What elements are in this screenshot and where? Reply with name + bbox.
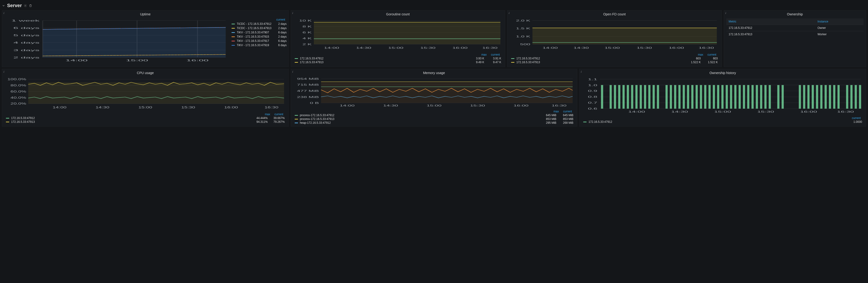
legend-item[interactable]: TiCDC - 172.16.5.33:479122 days [231, 22, 286, 26]
legend-ownhist: current 172.16.5.33:479121.0000 [581, 115, 864, 124]
svg-rect-111 [631, 85, 633, 109]
svg-rect-118 [665, 85, 668, 109]
info-icon[interactable]: 𝒊 [509, 11, 509, 15]
info-icon[interactable]: 𝒊 [581, 70, 582, 73]
legend-item[interactable]: 172.16.5.33:479139.49 K9.47 K [295, 61, 501, 64]
svg-text:954 MiB: 954 MiB [297, 77, 319, 80]
info-icon[interactable]: 𝒊 [4, 11, 4, 15]
svg-text:16:30: 16:30 [837, 110, 854, 113]
svg-rect-151 [825, 85, 827, 109]
svg-text:1 week: 1 week [11, 19, 39, 22]
col-current[interactable]: current [707, 53, 716, 56]
legend-item[interactable]: 172.16.5.33:47912603603 [511, 57, 718, 60]
svg-rect-107 [614, 85, 616, 109]
gear-icon[interactable] [24, 4, 27, 7]
svg-rect-133 [730, 85, 732, 109]
svg-text:100.0%: 100.0% [7, 78, 26, 81]
col-current[interactable]: current [274, 113, 283, 116]
chart-cpu[interactable]: 100.0% 80.0% 60.0% 40.0% 20.0% 14:00 14:… [4, 77, 287, 110]
svg-text:14:30: 14:30 [574, 46, 589, 49]
svg-text:40.0%: 40.0% [10, 96, 26, 99]
svg-text:2.0 K: 2.0 K [516, 19, 530, 22]
table-row: 172.16.5.33:47912Owner [726, 25, 864, 31]
svg-text:0.9: 0.9 [588, 89, 597, 92]
col-max[interactable]: max [698, 53, 703, 56]
col-max[interactable]: max [481, 53, 487, 56]
svg-text:15:30: 15:30 [637, 46, 652, 49]
legend-item[interactable]: heap-172.16.5.33:47912295 MiB268 MiB [295, 121, 574, 124]
legend-item[interactable]: 172.16.5.33:479131.522 K1.522 K [511, 61, 718, 64]
legend-openfd: maxcurrent 172.16.5.33:47912603603 172.1… [509, 52, 720, 65]
trash-icon[interactable] [29, 4, 32, 7]
collapse-row-chevron-icon[interactable] [2, 4, 5, 7]
legend-item[interactable]: TiKV - 172.16.5.33:479196 days [231, 44, 286, 47]
svg-rect-139 [756, 85, 758, 109]
svg-text:16:30: 16:30 [265, 106, 278, 109]
svg-text:1.5 K: 1.5 K [516, 27, 530, 30]
svg-text:14:00: 14:00 [628, 110, 645, 113]
panel-cpu: 𝒊 CPU usage [2, 69, 289, 126]
info-icon[interactable]: 𝒊 [4, 70, 4, 73]
legend-item[interactable]: process-172.16.5.33:47912645 MiB645 MiB [295, 114, 574, 117]
legend-item[interactable]: 172.16.5.33:4791394.311%79.267% [6, 120, 285, 123]
chart-goroutine[interactable]: 10 K 8 K 6 K 4 K 2 K 14:00 14:30 15:00 1… [293, 18, 503, 50]
legend-item[interactable]: 172.16.5.33:479121.0000 [583, 120, 862, 123]
svg-rect-149 [816, 85, 818, 109]
svg-rect-146 [803, 85, 805, 109]
chart-openfd[interactable]: 2.0 K 1.5 K 1.0 K 500 14:00 14:30 15:00 … [509, 18, 720, 50]
svg-rect-144 [782, 85, 784, 109]
info-icon[interactable]: 𝒊 [292, 70, 293, 73]
svg-rect-106 [610, 85, 612, 109]
svg-rect-135 [739, 85, 741, 109]
legend-item[interactable]: TiKV - 172.16.5.33:479152 days [231, 35, 286, 38]
svg-text:15:00: 15:00 [427, 104, 441, 107]
legend-item[interactable]: process-172.16.5.33:47913853 MiB853 MiB [295, 117, 574, 121]
col-current[interactable]: current [276, 18, 285, 21]
col-instance[interactable]: Instance [815, 19, 864, 25]
svg-text:20.0%: 20.0% [10, 102, 26, 105]
svg-rect-120 [674, 85, 676, 109]
info-icon[interactable]: 𝒊 [725, 11, 726, 15]
svg-text:2 K: 2 K [303, 43, 312, 46]
legend-item[interactable]: 172.16.5.33:479123.93 K3.91 K [295, 57, 501, 60]
col-current[interactable]: current [491, 53, 500, 56]
svg-rect-130 [717, 85, 719, 109]
chart-memory[interactable]: 954 MiB 715 MiB 477 MiB 238 MiB 0 B 14:0… [293, 77, 576, 107]
svg-text:15:30: 15:30 [757, 110, 774, 113]
svg-rect-113 [640, 85, 642, 109]
info-icon[interactable]: 𝒊 [292, 11, 293, 15]
svg-rect-157 [855, 85, 857, 109]
svg-rect-152 [829, 85, 831, 109]
legend-item[interactable]: TiKV - 172.16.5.33:479176 days [231, 39, 286, 43]
svg-text:15:30: 15:30 [420, 46, 435, 49]
svg-rect-153 [833, 85, 835, 109]
legend-item[interactable]: TiKV - 172.16.5.33:479076 days [231, 31, 286, 34]
legend-uptime: current TiCDC - 172.16.5.33:479122 days … [231, 18, 286, 65]
svg-text:238 MiB: 238 MiB [297, 95, 319, 98]
svg-text:80.0%: 80.0% [10, 84, 26, 87]
col-metric[interactable]: Metric [726, 19, 815, 25]
col-max[interactable]: max [265, 113, 270, 116]
table-row: 172.16.5.33:47913Worker [726, 31, 864, 38]
chart-ownership-history[interactable]: 1.1 1.0 0.9 0.8 0.7 0.6 14:00 14:30 15:0… [581, 77, 864, 114]
svg-text:14:30: 14:30 [356, 46, 371, 49]
col-current[interactable]: current [563, 110, 572, 113]
svg-rect-138 [752, 85, 754, 109]
svg-rect-124 [691, 85, 693, 109]
chart-uptime[interactable]: 1 week 6 days 5 days 4 days 3 days 2 day… [4, 18, 230, 65]
col-max[interactable]: max [553, 110, 559, 113]
panel-memory: 𝒊 Memory usage [291, 69, 578, 126]
legend-item[interactable]: TiCDC - 172.16.5.33:479132 days [231, 27, 286, 30]
panel-title: Ownership [725, 11, 865, 17]
svg-text:1.0: 1.0 [588, 84, 597, 87]
svg-text:0.8: 0.8 [588, 95, 597, 98]
svg-text:0.6: 0.6 [588, 107, 597, 110]
panel-ownership: 𝒊 Ownership Metric Instance 172.16.5.33:… [724, 10, 866, 67]
svg-text:14:00: 14:00 [53, 106, 66, 109]
col-current[interactable]: current [852, 116, 861, 120]
svg-text:15:00: 15:00 [714, 110, 731, 113]
legend-item[interactable]: 172.16.5.33:4791244.444%39.667% [6, 116, 285, 120]
svg-rect-129 [713, 85, 715, 109]
svg-rect-136 [743, 85, 745, 109]
svg-rect-127 [704, 85, 707, 109]
